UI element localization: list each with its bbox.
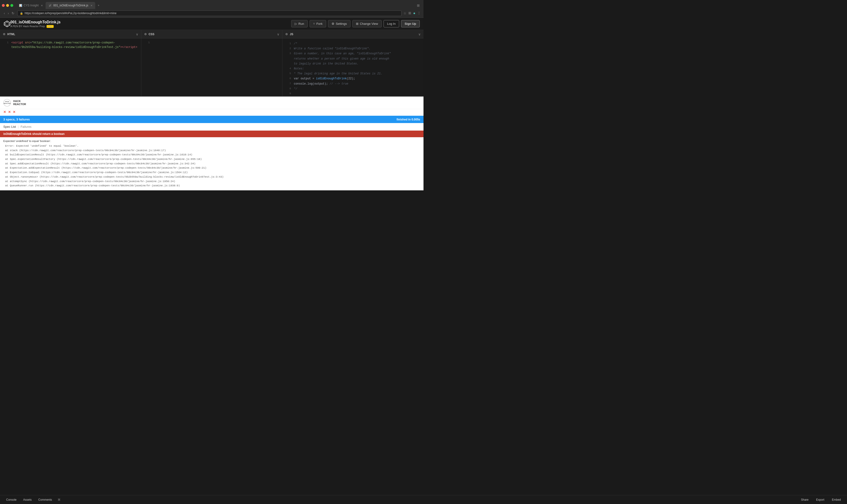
stack-line-8: at attemptSync (https://cdn.rawgit.com/r… — [3, 179, 420, 184]
hack-reactor-header: HACK REACTOR HACKREACTOR — [0, 96, 423, 109]
stack-line-1: at stack (https://cdn.rawgit.com/reactor… — [3, 148, 420, 153]
stack-line-4: at Spec.addExpectationResult (https://cd… — [3, 162, 420, 166]
tab-close-2[interactable]: ✕ — [90, 4, 92, 7]
stack-line-5: at Expectation.addExpectationResult (htt… — [3, 166, 420, 170]
html-editor-header: ⚙ HTML ∨ — [0, 30, 141, 38]
stack-line-7: at Object.<anonymous> (https://cdn.rawgi… — [3, 175, 420, 179]
test-time: finished in 0.005s — [396, 118, 420, 121]
x-marks-row: ✕ ✕ ✕ — [0, 109, 423, 116]
signup-button[interactable]: Sign Up — [401, 20, 420, 28]
html-gear-icon[interactable]: ⚙ — [3, 33, 5, 36]
svg-marker-1 — [5, 22, 9, 25]
maximize-button[interactable] — [11, 4, 13, 7]
output-area: HACK REACTOR HACKREACTOR ✕ ✕ ✕ 3 specs, … — [0, 96, 423, 190]
header-actions: ▷ Run ⑂ Fork ⚙ Settings ⊞ Change View Lo… — [291, 20, 420, 28]
back-button[interactable]: ‹ — [3, 11, 6, 16]
error-suite-body: Expected 'undefined' to equal 'boolean'.… — [0, 137, 423, 190]
codepen-header: 001_isOldEnoughToDrink.js A PEN BY Hack … — [0, 18, 423, 30]
x-mark-1: ✕ — [3, 110, 6, 114]
fork-icon: ⑂ — [313, 22, 315, 25]
settings-button[interactable]: ⚙ Settings — [328, 20, 351, 28]
tab-codepen[interactable]: 🖊 001_isOldEnoughToDrink.js ✕ — [46, 2, 95, 9]
html-code-line-1: 1 <script src="https://cdn.rawgit.com/re… — [0, 40, 141, 50]
stack-line-9: at QueueRunner.run (https://cdn.rawgit.c… — [3, 183, 420, 188]
stack-line-3: at Spec.expectationResultFactory (https:… — [3, 157, 420, 162]
tab-title-1: CYS Insight — [24, 4, 38, 7]
x-mark-2: ✕ — [8, 110, 11, 114]
tab-cys-insight[interactable]: 📊 CYS Insight ✕ — [16, 2, 46, 9]
svg-text:HACK: HACK — [5, 101, 9, 102]
tab-title-2: 001_isOldEnoughToDrink.js — [53, 4, 88, 7]
html-editor-title: ⚙ HTML — [3, 33, 15, 36]
error-line-main: Error: Expected 'undefined' to equal 'bo… — [3, 144, 420, 148]
run-button[interactable]: ▷ Run — [291, 20, 308, 28]
login-button[interactable]: Log In — [384, 20, 399, 28]
codepen-logo — [4, 21, 11, 27]
html-collapse-icon[interactable]: ∨ — [136, 32, 138, 36]
test-duration: 0.005s — [411, 118, 420, 121]
window-controls: ⊞ — [415, 3, 422, 7]
forward-button[interactable]: › — [7, 11, 10, 16]
js-gear-icon[interactable]: ⚙ — [285, 33, 288, 36]
css-editor-content[interactable]: 1 — [141, 38, 282, 96]
spec-tab-divider: | — [18, 125, 18, 128]
bookmark-icon[interactable]: ☆ — [403, 11, 406, 15]
x-mark-3: ✕ — [13, 110, 16, 114]
tab-close-1[interactable]: ✕ — [41, 4, 43, 7]
close-button[interactable] — [2, 4, 5, 7]
url-bar[interactable]: 🔒 https://codepen.io/hrprep/pen/aWoPaL2q… — [17, 11, 402, 16]
error-stack-trace: Error: Expected 'undefined' to equal 'bo… — [3, 144, 420, 188]
hack-reactor-text: HACKREACTOR — [13, 100, 26, 106]
change-view-button[interactable]: ⊞ Change View — [352, 20, 382, 28]
nav-buttons: ‹ › ↻ — [3, 11, 15, 16]
css-collapse-icon[interactable]: ∨ — [277, 32, 279, 36]
new-tab-button[interactable]: + — [95, 2, 102, 9]
css-editor-header: ⚙ CSS ∨ — [141, 30, 282, 38]
browser-chrome: 📊 CYS Insight ✕ 🖊 001_isOldEnoughToDrink… — [0, 0, 423, 18]
js-editor-title: ⚙ JS — [285, 33, 293, 36]
tab-favicon-1: 📊 — [19, 4, 22, 7]
tab-favicon-2: 🖊 — [49, 4, 52, 7]
css-code-line-1: 1 — [141, 40, 282, 45]
run-icon: ▷ — [295, 22, 297, 25]
css-editor: ⚙ CSS ∨ 1 — [141, 30, 283, 96]
js-editor: ⚙ JS ∨ 1/* 2Write a function called "isO… — [282, 30, 423, 96]
test-summary-bar: 3 specs, 3 failures finished in 0.005s — [0, 116, 423, 123]
spec-tabs: Spec List | Failures — [0, 123, 423, 131]
toolbar-icons: ⊞ ● ⋮ — [408, 11, 421, 15]
stack-line-2: at buildExpectationResult (https://cdn.r… — [3, 152, 420, 157]
reload-button[interactable]: ↻ — [11, 11, 15, 16]
more-icon[interactable]: ⋮ — [417, 11, 421, 15]
traffic-lights — [2, 4, 13, 7]
extensions-icon[interactable]: ⊞ — [408, 11, 411, 15]
address-bar: ‹ › ↻ 🔒 https://codepen.io/hrprep/pen/aW… — [0, 9, 423, 17]
error-suite-1: isOldEnoughToDrink should return a boole… — [0, 131, 423, 190]
minimize-button[interactable] — [6, 4, 9, 7]
html-editor-content[interactable]: 1 <script src="https://cdn.rawgit.com/re… — [0, 38, 141, 96]
code-content: <script src="https://cdn.rawgit.com/reac… — [11, 41, 138, 50]
editors-row: ⚙ HTML ∨ 1 <script src="https://cdn.rawg… — [0, 30, 423, 96]
pro-badge: PRO — [47, 25, 54, 28]
test-summary-text: 3 specs, 3 failures — [3, 118, 30, 121]
profile-icon[interactable]: ● — [413, 11, 416, 15]
settings-icon: ⚙ — [332, 22, 334, 25]
author-name: Hack Reactor Prep — [23, 25, 45, 28]
js-editor-content[interactable]: 1/* 2Write a function called "isOldEnoug… — [282, 38, 423, 96]
tab-bar: 📊 CYS Insight ✕ 🖊 001_isOldEnoughToDrink… — [0, 0, 423, 9]
css-gear-icon[interactable]: ⚙ — [144, 33, 147, 36]
failures-tab[interactable]: Failures — [21, 125, 32, 128]
error-suite-header: isOldEnoughToDrink should return a boole… — [0, 131, 423, 137]
url-text: https://codepen.io/hrprep/pen/aWoPaL2q=i… — [24, 12, 117, 15]
js-code-block: 1/* 2Write a function called "isOldEnoug… — [282, 40, 423, 96]
js-collapse-icon[interactable]: ∨ — [418, 32, 421, 36]
pen-info: 001_isOldEnoughToDrink.js A PEN BY Hack … — [11, 20, 60, 28]
pen-author: A PEN BY Hack Reactor Prep PRO — [11, 25, 60, 28]
js-editor-header: ⚙ JS ∨ — [282, 30, 423, 38]
spec-list-tab[interactable]: Spec List — [3, 125, 16, 128]
stack-line-6: at Expectation.toEqual (https://cdn.rawg… — [3, 170, 420, 175]
error-expected-msg: Expected 'undefined' to equal 'boolean'. — [3, 140, 420, 142]
hack-reactor-logo: HACK REACTOR — [3, 99, 11, 107]
pen-title: 001_isOldEnoughToDrink.js — [11, 20, 60, 24]
line-number: 1 — [3, 41, 8, 50]
fork-button[interactable]: ⑂ Fork — [310, 20, 326, 28]
